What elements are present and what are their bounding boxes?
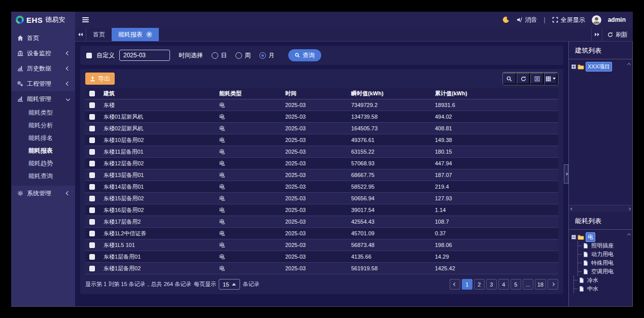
table-row[interactable]: 东楼电2025-037349729.218931.6	[85, 99, 558, 111]
table-row[interactable]: 东楼14层备用01电2025-0358522.95219.4	[85, 181, 558, 193]
row-checkbox[interactable]	[89, 149, 95, 155]
tree-node-project[interactable]: XXX项目	[571, 62, 630, 71]
tree-node-label[interactable]: 动力用电	[590, 250, 615, 259]
table-row[interactable]: 东楼13层备用01电2025-0368667.75187.07	[85, 169, 558, 181]
tree-node-energy-child[interactable]: 动力用电	[578, 250, 630, 259]
tree-node-electric[interactable]: 电	[571, 233, 630, 241]
row-checkbox[interactable]	[89, 114, 95, 120]
tree-node-energy-item[interactable]: 中水	[574, 285, 630, 293]
prev-page-button[interactable]	[450, 279, 460, 290]
row-checkbox[interactable]	[89, 196, 95, 201]
page-button[interactable]: 3	[486, 279, 497, 290]
sidebar-item-home[interactable]: 首页	[11, 30, 75, 46]
table-row[interactable]: 东楼01层新风机电2025-03134739.58494.02	[85, 111, 558, 123]
scroll-left-icon[interactable]	[570, 207, 573, 210]
avatar[interactable]	[592, 15, 601, 25]
page-size-select[interactable]: 15	[219, 279, 240, 290]
tree-node-label[interactable]: 照明插座	[590, 241, 615, 250]
horizontal-scrollbar[interactable]	[569, 205, 632, 212]
collapse-minus-icon[interactable]	[571, 235, 576, 239]
table-row[interactable]: 东楼1层备用02电2025-03561919.581425.42	[85, 263, 558, 274]
radio-icon[interactable]	[235, 52, 242, 59]
tree-node-energy-item[interactable]: 冷水	[574, 276, 630, 285]
panel-collapse-handle[interactable]	[564, 164, 568, 184]
table-row[interactable]: 东楼10层备用02电2025-0349376.61149.38	[85, 134, 558, 146]
row-checkbox[interactable]	[89, 102, 95, 108]
row-checkbox[interactable]	[89, 207, 95, 213]
tree-node-label[interactable]: 空调用电	[590, 267, 615, 276]
page-button[interactable]: 1	[462, 279, 472, 290]
table-row[interactable]: 东楼02层新风机电2025-03164505.73408.81	[85, 123, 558, 134]
select-all-checkbox[interactable]	[89, 91, 95, 96]
sidebar-item-project-mgmt[interactable]: 工程管理	[11, 76, 75, 91]
columns-dropdown-button[interactable]	[544, 73, 558, 85]
tree-node-energy-child[interactable]: 特殊用电	[578, 259, 630, 267]
table-refresh-button[interactable]	[517, 73, 530, 85]
radio-month[interactable]: 月	[259, 51, 275, 60]
refresh-button[interactable]: 刷新	[602, 28, 633, 41]
sidebar-subitem-energy-trend[interactable]: 能耗趋势	[11, 157, 75, 170]
menu-toggle-button[interactable]	[82, 17, 89, 22]
sidebar-subitem-energy-analysis[interactable]: 能耗分析	[11, 119, 75, 132]
sidebar-item-energy-mgmt[interactable]: 能耗管理	[11, 91, 75, 107]
table-row[interactable]: 东楼15层备用02电2025-0350656.94127.93	[85, 193, 558, 204]
row-checkbox[interactable]	[89, 184, 95, 190]
username[interactable]: admin	[608, 16, 626, 23]
row-checkbox[interactable]	[89, 126, 95, 131]
table-row[interactable]: 东楼12层备用02电2025-0357068.93447.94	[85, 158, 558, 169]
tab-scroll-right-button[interactable]	[591, 28, 602, 41]
tree-node-label[interactable]: XXX项目	[586, 62, 612, 72]
radio-checked-icon[interactable]	[259, 52, 266, 59]
next-page-button[interactable]	[548, 279, 558, 290]
close-icon[interactable]	[146, 31, 152, 38]
sidebar-subitem-energy-ranking[interactable]: 能耗排名	[11, 132, 75, 145]
query-button[interactable]: 查询	[288, 49, 321, 61]
tree-node-label[interactable]: 冷水	[586, 276, 600, 285]
row-checkbox[interactable]	[89, 172, 95, 178]
row-checkbox[interactable]	[89, 219, 95, 225]
tree-node-label[interactable]: 电	[586, 232, 595, 242]
row-checkbox[interactable]	[89, 137, 95, 143]
page-button[interactable]: 5	[511, 279, 521, 290]
table-search-button[interactable]	[503, 73, 517, 85]
table-row[interactable]: 东楼17层备用2电2025-0342554.43108.7	[85, 216, 558, 228]
mute-button[interactable]: 消音	[516, 16, 537, 24]
sidebar-subitem-energy-query[interactable]: 能耗查询	[11, 170, 75, 183]
page-button[interactable]: 4	[498, 279, 509, 290]
tab-energy-report[interactable]: 能耗报表	[112, 28, 159, 41]
tree-node-energy-child[interactable]: 照明插座	[578, 241, 630, 250]
row-checkbox[interactable]	[89, 242, 95, 248]
app-logo[interactable]: EHS 德易安	[11, 12, 75, 28]
radio-icon[interactable]	[212, 52, 218, 59]
tree-node-energy-child[interactable]: 空调用电	[578, 267, 630, 276]
row-checkbox[interactable]	[89, 161, 95, 166]
tab-home[interactable]: 首页	[86, 28, 112, 41]
row-checkbox[interactable]	[89, 266, 95, 271]
table-row[interactable]: 东楼16层备用02电2025-0339017.541.14	[85, 204, 558, 216]
tab-scroll-left-button[interactable]	[75, 28, 86, 41]
radio-day[interactable]: 日	[212, 51, 227, 60]
theme-moon-button[interactable]	[502, 16, 510, 23]
fullscreen-button[interactable]: 全屏显示	[552, 16, 585, 24]
sidebar-item-history-data[interactable]: 历史数据	[11, 61, 75, 76]
table-row[interactable]: 东楼1L2中信证券电2025-0345701.090.37	[85, 228, 558, 239]
radio-week[interactable]: 周	[235, 51, 251, 60]
sidebar-subitem-energy-report[interactable]: 能耗报表	[11, 145, 75, 157]
sidebar-item-device-monitor[interactable]: 设备监控	[11, 46, 75, 61]
custom-checkbox[interactable]	[86, 53, 92, 58]
row-checkbox[interactable]	[89, 254, 95, 260]
tree-node-label[interactable]: 中水	[586, 285, 600, 293]
row-checkbox[interactable]	[89, 231, 95, 236]
scroll-right-icon[interactable]	[628, 207, 631, 210]
page-button[interactable]: 18	[535, 279, 546, 290]
date-input[interactable]	[119, 50, 170, 61]
export-button[interactable]: 导出	[85, 73, 115, 85]
sidebar-item-system-mgmt[interactable]: 系统管理	[11, 186, 75, 201]
expand-plus-icon[interactable]	[571, 64, 576, 69]
table-row[interactable]: 东楼1L5 101电2025-0356873.48198.06	[85, 239, 558, 251]
table-row[interactable]: 东楼11层备用01电2025-0363155.22180.15	[85, 146, 558, 158]
sidebar-subitem-energy-type[interactable]: 能耗类型	[11, 107, 75, 119]
tree-node-label[interactable]: 特殊用电	[590, 259, 615, 267]
page-button[interactable]: 2	[474, 279, 485, 290]
table-row[interactable]: 东楼1层备用01电2025-034135.6614.29	[85, 251, 558, 263]
